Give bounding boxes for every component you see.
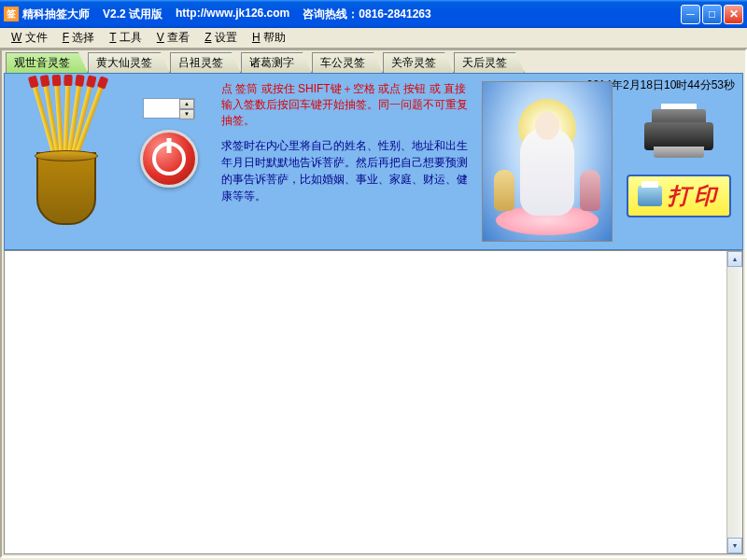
- print-button[interactable]: 打印: [627, 175, 731, 217]
- tab-5[interactable]: 关帝灵签: [383, 52, 454, 73]
- fortune-sticks-cup[interactable]: [29, 85, 104, 225]
- tab-4[interactable]: 车公灵签: [312, 52, 383, 73]
- spin-up-button[interactable]: ▲: [179, 99, 194, 109]
- app-url[interactable]: http://www.jk126.com: [176, 7, 289, 22]
- print-icon: [638, 186, 662, 206]
- stick-number-field[interactable]: [144, 99, 179, 118]
- stick-number-input[interactable]: ▲ ▼: [143, 98, 195, 119]
- menu-tool[interactable]: T 工具: [102, 28, 148, 48]
- tab-0[interactable]: 观世音灵签: [6, 52, 88, 73]
- app-icon: 签: [4, 7, 19, 21]
- spin-down-button[interactable]: ▼: [179, 109, 194, 119]
- draw-button[interactable]: [140, 130, 198, 188]
- fortune-panel: 2014年2月18日10时44分53秒 ▲: [4, 73, 743, 250]
- vertical-scrollbar[interactable]: ▴ ▾: [726, 251, 742, 553]
- tab-strip: 观世音灵签黄大仙灵签吕祖灵签诸葛测字车公灵签关帝灵签天后灵签: [4, 52, 743, 73]
- menu-select[interactable]: F 选择: [55, 28, 103, 48]
- printer-icon: [644, 104, 713, 158]
- tab-1[interactable]: 黄大仙灵签: [88, 52, 170, 73]
- hotline: 咨询热线：0816-2841263: [303, 7, 430, 22]
- menu-setting[interactable]: Z 设置: [197, 28, 245, 48]
- minimize-button[interactable]: ─: [681, 5, 700, 24]
- app-version: V2.2 试用版: [103, 7, 162, 22]
- deity-image: [482, 81, 613, 242]
- app-name: 精科抽签大师: [22, 7, 90, 22]
- tab-2[interactable]: 吕祖灵签: [170, 52, 241, 73]
- menu-bar: W 文件 F 选择 T 工具 V 查看 Z 设置 H 帮助: [0, 28, 747, 49]
- result-area: ▴ ▾: [4, 250, 743, 554]
- instruction-blue: 求签时在内心里将自己的姓名、性别、地址和出生年月日时默默地告诉菩萨。然后再把自己…: [221, 137, 476, 204]
- menu-view[interactable]: V 查看: [149, 28, 197, 48]
- close-button[interactable]: ✕: [724, 5, 743, 24]
- maximize-button[interactable]: □: [702, 5, 722, 24]
- scroll-up-button[interactable]: ▴: [727, 251, 742, 267]
- scroll-down-button[interactable]: ▾: [727, 538, 742, 553]
- menu-file[interactable]: W 文件: [4, 28, 55, 48]
- tab-3[interactable]: 诸葛测字: [241, 52, 312, 73]
- title-bar: 签 精科抽签大师 V2.2 试用版 http://www.jk126.com 咨…: [0, 0, 747, 28]
- print-label: 打印: [668, 181, 720, 211]
- menu-help[interactable]: H 帮助: [245, 28, 293, 48]
- tab-6[interactable]: 天后灵签: [454, 52, 525, 73]
- instruction-red: 点 签筒 或按住 SHIFT键＋空格 或点 按钮 或 直接输入签数后按回车键开始…: [221, 81, 476, 128]
- power-icon: [152, 142, 186, 175]
